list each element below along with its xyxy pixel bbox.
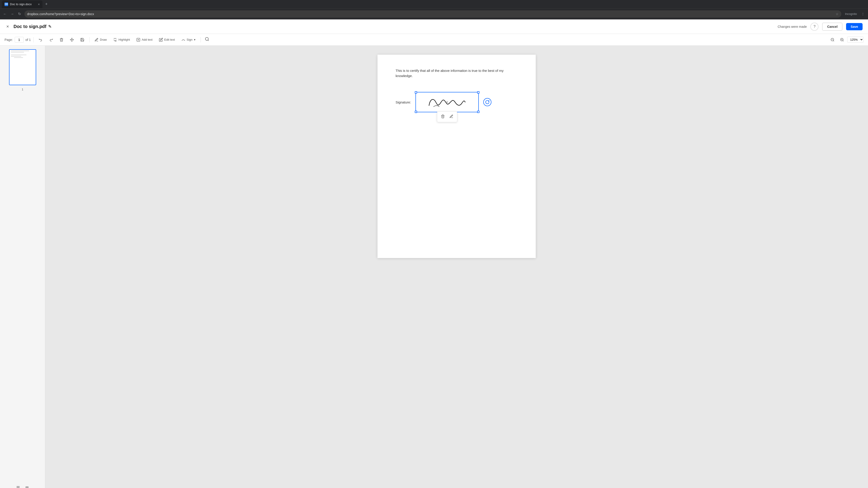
browser-chrome: ← → ↻ dropbox.com/home?preview=Doc+to+si… (0, 8, 868, 20)
grid-view-button[interactable]: ⊞ (24, 484, 31, 488)
svg-point-5 (205, 37, 208, 40)
page-label: Page: (4, 38, 13, 41)
cancel-button[interactable]: Cancel (822, 23, 842, 31)
active-tab[interactable]: DB Doc to sign.docx × (2, 0, 42, 8)
page-of-text: of 1 (26, 38, 31, 41)
menu-button[interactable]: ⋮ (860, 11, 866, 17)
signature-delete-button[interactable] (439, 113, 446, 121)
undo-button[interactable] (36, 36, 45, 43)
zoom-control: 125% 100% 75% 150% (828, 36, 864, 43)
browser-nav: ← → ↻ (2, 11, 23, 17)
redo-icon (49, 38, 53, 42)
sign-label: Sign (187, 38, 193, 41)
add-text-label: Add text (142, 38, 153, 41)
signature-action-toolbar (437, 111, 457, 122)
profile-button[interactable]: Incognito (843, 11, 859, 17)
help-button[interactable]: ? (810, 23, 818, 31)
resize-handle-tr[interactable] (477, 91, 479, 94)
signature-image: ✥ (416, 92, 478, 112)
main-layout: 1 ☰ ⊞ This is to certify that all of the… (0, 46, 868, 488)
save-icon (80, 38, 84, 42)
move-button[interactable] (68, 36, 76, 43)
list-view-button[interactable]: ☰ (14, 484, 22, 488)
trash-icon (59, 38, 64, 42)
draw-button[interactable]: Draw (92, 36, 109, 43)
page-thumbnail-1[interactable] (9, 49, 36, 85)
search-icon (205, 37, 209, 41)
signature-row: Signature: (396, 92, 518, 112)
save-button[interactable]: Save (846, 23, 863, 30)
close-button[interactable]: × (5, 23, 10, 30)
page-number-label: 1 (22, 88, 23, 91)
redo-circle-icon (485, 100, 490, 104)
address-bar[interactable]: dropbox.com/home?preview=Doc+to+sign.doc… (24, 10, 841, 18)
sidebar: 1 ☰ ⊞ (0, 46, 45, 488)
page-indicator: Page: of 1 (4, 37, 31, 43)
new-tab-button[interactable]: + (43, 1, 50, 7)
resize-handle-bl[interactable] (415, 111, 417, 113)
tab-title: Doc to sign.docx (10, 2, 32, 6)
tab-bar: DB Doc to sign.docx × + (0, 0, 868, 8)
signature-label: Signature: (396, 100, 411, 104)
forward-button[interactable]: → (9, 11, 16, 17)
changes-status: Changes were made (778, 25, 807, 29)
toolbar-divider-1 (33, 37, 34, 42)
edit-text-icon (159, 38, 163, 42)
toolbar-divider-2 (89, 37, 90, 42)
document-page: This is to certify that all of the above… (377, 55, 536, 258)
toolbar: Page: of 1 Draw Highlight Add text Edit … (0, 34, 868, 46)
redo-button[interactable] (47, 36, 55, 43)
tab-favicon: DB (4, 2, 8, 6)
certify-text: This is to certify that all of the above… (396, 68, 518, 78)
svg-line-11 (843, 40, 843, 41)
redo-signature-button[interactable] (483, 98, 491, 106)
svg-line-8 (833, 40, 834, 41)
undo-icon (39, 38, 43, 42)
back-button[interactable]: ← (2, 11, 8, 17)
move-icon (70, 38, 74, 42)
resize-handle-tl[interactable] (415, 91, 417, 94)
toolbar-divider-3 (200, 37, 201, 42)
delete-button[interactable] (57, 36, 66, 43)
edit-text-label: Edit text (164, 38, 175, 41)
thumbnail-inner (9, 51, 36, 85)
draw-label: Draw (100, 38, 107, 41)
draw-icon (94, 38, 98, 42)
zoom-out-button[interactable] (828, 36, 837, 43)
edit-signature-icon (450, 114, 454, 119)
refresh-button[interactable]: ↻ (16, 11, 23, 17)
bookmark-icon[interactable]: ☆ (836, 12, 839, 16)
page-input[interactable] (15, 37, 24, 43)
signature-edit-button[interactable] (448, 113, 455, 121)
edit-text-button[interactable]: Edit text (157, 36, 177, 43)
signature-container: ✥ (415, 92, 479, 112)
zoom-select[interactable]: 125% 100% 75% 150% (847, 37, 864, 43)
zoom-in-button[interactable] (838, 36, 846, 43)
sign-icon (181, 38, 185, 42)
move-cursor-icon: ✥ (446, 100, 448, 104)
browser-actions: Incognito ⋮ (843, 11, 866, 17)
edit-title-icon[interactable]: ✎ (48, 24, 52, 29)
highlight-label: Highlight (119, 38, 130, 41)
document-title: Doc to sign.pdf ✎ (13, 24, 52, 29)
doc-title-text: Doc to sign.pdf (13, 24, 46, 29)
signature-box[interactable]: ✥ (415, 92, 479, 112)
zoom-out-icon (831, 38, 835, 42)
save-file-button[interactable] (78, 36, 87, 43)
tab-close-button[interactable]: × (38, 2, 40, 6)
svg-line-6 (208, 40, 209, 41)
sign-dropdown-icon: ▾ (194, 38, 195, 41)
highlight-icon (113, 38, 117, 42)
sidebar-view-controls: ☰ ⊞ (14, 483, 31, 488)
zoom-in-icon (840, 38, 844, 42)
add-text-icon (136, 38, 141, 42)
app-header: × Doc to sign.pdf ✎ Changes were made ? … (0, 20, 868, 34)
delete-icon (441, 114, 445, 119)
sign-button[interactable]: Sign ▾ (179, 36, 198, 43)
address-text: dropbox.com/home?preview=Doc+to+sign.doc… (27, 12, 834, 16)
add-text-button[interactable]: Add text (134, 36, 155, 43)
highlight-button[interactable]: Highlight (111, 36, 132, 43)
search-button[interactable] (204, 35, 211, 44)
document-area: This is to certify that all of the above… (45, 46, 868, 488)
resize-handle-br[interactable] (477, 111, 479, 113)
